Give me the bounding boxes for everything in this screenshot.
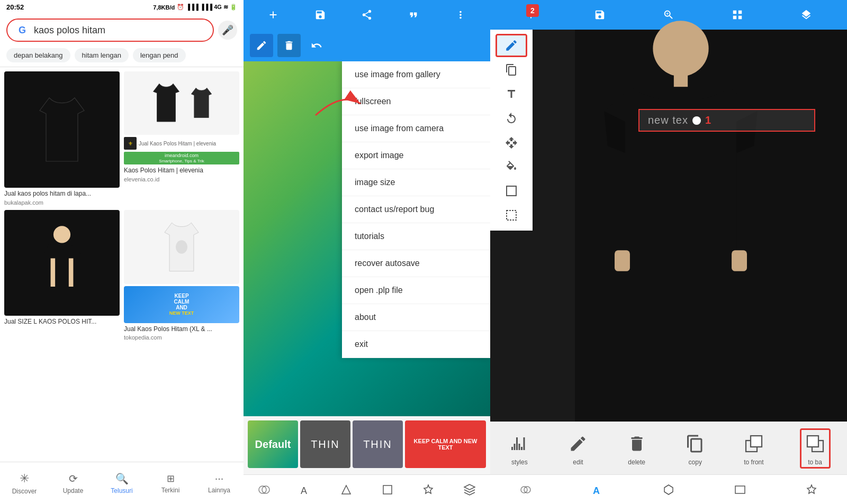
menu-camera[interactable]: use image from camera (342, 115, 490, 142)
search-input[interactable] (34, 25, 204, 36)
panel3-canvas: new tex 1 (490, 30, 847, 421)
menu-export[interactable]: export image (342, 142, 490, 169)
chip-hitam[interactable]: hitam lengan (75, 48, 129, 62)
svg-rect-11 (507, 186, 516, 196)
svg-rect-9 (383, 485, 392, 494)
side-dotted-tool[interactable] (495, 204, 527, 226)
results-grid: Jual kaos polos hitam di lapa... bukalap… (4, 71, 239, 341)
undo-tool[interactable] (305, 34, 328, 57)
nav-terkini[interactable]: ⊞ Terkini (155, 473, 186, 494)
delete-icon (624, 431, 650, 456)
menu-fullscreen[interactable]: fullscreen (342, 88, 490, 115)
svg-text:A: A (593, 485, 600, 496)
result-item[interactable]: KEEP CALM AND NEW TEXT Jual Kaos Polos H… (124, 210, 239, 341)
font-thumb-thin2[interactable]: THIN (353, 420, 403, 468)
btn-copy[interactable]: copy (682, 431, 708, 466)
google-logo: G (16, 24, 29, 36)
copy-label: copy (689, 459, 702, 466)
btn-edit[interactable]: edit (565, 431, 591, 466)
editor-tools-bar (244, 30, 490, 61)
side-rotate-tool[interactable] (495, 107, 527, 130)
font-thumb-default[interactable]: Default (248, 420, 298, 468)
side-fill-tool[interactable] (495, 156, 527, 178)
shirt-canvas: new tex 1 (490, 30, 847, 421)
menu-about[interactable]: about (342, 304, 490, 331)
add-button[interactable] (263, 5, 283, 25)
font-thumb-keepcalm[interactable]: KEEP CALM AND NEW TEXT (405, 420, 486, 468)
svg-rect-1 (51, 258, 56, 287)
menu-bug[interactable]: contact us/report bug (342, 196, 490, 223)
bottom-star[interactable] (422, 483, 435, 496)
menu-gallery[interactable]: use image from gallery (342, 61, 490, 88)
menu-autosave[interactable]: recover autosave (342, 250, 490, 277)
btn-styles[interactable]: styles (507, 431, 532, 466)
svg-rect-15 (615, 250, 630, 271)
result-source: bukalapak.com (4, 199, 120, 206)
btn-toback[interactable]: to ba (800, 428, 831, 469)
dropdown-menu: use image from gallery fullscreen use im… (342, 61, 490, 358)
side-text-tool[interactable] (495, 83, 527, 105)
result-item[interactable]: Jual kaos polos hitam di lapa... bukalap… (4, 71, 120, 206)
bottom-layer[interactable] (463, 483, 476, 496)
pencil-tool[interactable] (250, 34, 273, 57)
signal-info: 7,8KB/d ⏰ ▐▐▐ ▐▐▐ 4G ≋ 🔋 (153, 4, 237, 11)
nav-telusuri[interactable]: 🔍 Telusuri (106, 472, 138, 494)
svg-rect-20 (807, 436, 818, 447)
mic-button[interactable]: 🎤 (218, 21, 237, 40)
chip-depan[interactable]: depan belakang (6, 48, 70, 62)
save-button[interactable] (310, 5, 330, 25)
more-menu-button[interactable] (450, 5, 471, 25)
btn-tofront[interactable]: to front (741, 431, 767, 466)
share-button[interactable] (357, 5, 377, 25)
bottom-shape[interactable] (340, 483, 353, 496)
terkini-icon: ⊞ (167, 473, 175, 484)
side-move-tool[interactable] (495, 132, 527, 154)
delete-tool[interactable] (277, 34, 301, 57)
result-source: elevenia.co.id (124, 176, 239, 182)
data-speed: 7,8KB/d (153, 4, 175, 11)
badge-2: 2 (526, 4, 539, 17)
side-rect-tool[interactable] (495, 180, 527, 202)
bottom-rect[interactable] (381, 483, 394, 496)
nav-update[interactable]: ⟳ Update (57, 472, 89, 494)
toback-icon (803, 431, 828, 456)
time-display: 20:52 (6, 3, 24, 11)
side-pencil-tool[interactable] (495, 34, 527, 57)
result-item[interactable]: Jual SIZE L KAOS POLOS HIT... (4, 210, 120, 341)
result-item[interactable]: ⚜ Jual Kaos Polos Hitam | elevenia imean… (124, 71, 239, 206)
search-box[interactable]: G (6, 19, 214, 42)
svg-rect-25 (735, 486, 745, 493)
svg-point-13 (653, 21, 708, 76)
text-element[interactable]: new tex 1 (638, 109, 815, 132)
tofront-label: to front (744, 459, 763, 466)
editor-canvas[interactable]: Ne use image from gallery fullscreen use… (244, 61, 490, 416)
editor-bottom-bar: A (244, 474, 490, 504)
nav-discover[interactable]: ✳ Discover (8, 472, 40, 495)
btn-delete[interactable]: delete (624, 431, 650, 466)
bottom-blend[interactable] (258, 483, 271, 496)
menu-plp[interactable]: open .plp file (342, 277, 490, 304)
search-results: Jual kaos polos hitam di lapa... bukalap… (0, 67, 244, 462)
bottom-text[interactable]: A (299, 483, 311, 496)
panel3-bottom-toolbar: styles edit delete (490, 421, 847, 474)
p3-layers-button[interactable] (796, 5, 816, 25)
p3-star-tool[interactable] (805, 483, 818, 496)
menu-tutorials[interactable]: tutorials (342, 223, 490, 250)
p3-text-tool[interactable]: A (591, 483, 603, 496)
tofront-icon (741, 431, 767, 456)
menu-exit[interactable]: exit (342, 331, 490, 358)
quote-button[interactable] (403, 5, 424, 25)
menu-size[interactable]: image size (342, 169, 490, 196)
filter-chips: depan belakang hitam lengan lengan pend (0, 46, 244, 67)
edit-label: edit (573, 459, 583, 466)
text-content: new tex (648, 114, 688, 126)
font-label-keepcalm: KEEP CALM AND NEW TEXT (405, 436, 486, 453)
nav-lainnya[interactable]: ··· Lainnya (203, 472, 235, 494)
p3-hex-tool[interactable] (662, 483, 675, 496)
p3-blend-tool[interactable] (519, 483, 532, 496)
font-thumb-thin1[interactable]: THIN (300, 420, 350, 468)
chip-lengan[interactable]: lengan pend (133, 48, 186, 62)
p3-rect-tool[interactable] (734, 483, 746, 496)
signal-icons: ⏰ ▐▐▐ ▐▐▐ 4G ≋ 🔋 (177, 4, 237, 11)
side-copy-tool[interactable] (495, 59, 527, 81)
